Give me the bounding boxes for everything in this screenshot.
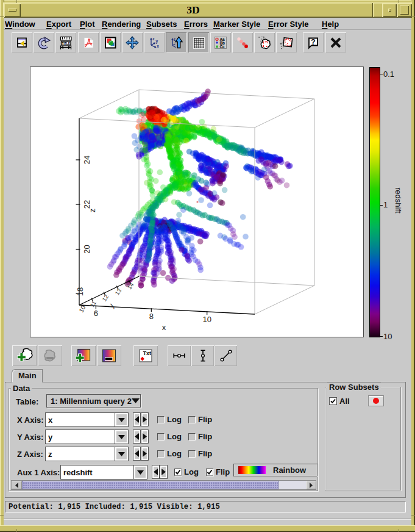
- svg-text:6: 6: [94, 309, 98, 318]
- svg-text:x: x: [162, 323, 166, 332]
- svg-text:24: 24: [82, 156, 91, 164]
- svg-text:12: 12: [101, 293, 110, 303]
- svg-text:z: z: [152, 37, 155, 41]
- svg-text:8: 8: [149, 312, 154, 321]
- svg-text:z: z: [174, 37, 176, 41]
- svg-text:Txt: Txt: [143, 350, 151, 356]
- svg-text:Cc: Cc: [220, 45, 225, 49]
- svg-text:x: x: [157, 43, 159, 48]
- svg-text:TITLE: TITLE: [62, 42, 71, 45]
- svg-text:20: 20: [82, 245, 91, 253]
- svg-text:10: 10: [202, 315, 211, 324]
- svg-text:z: z: [88, 209, 97, 213]
- svg-text:13: 13: [113, 287, 122, 297]
- svg-text:y: y: [107, 302, 116, 309]
- svg-text:18: 18: [76, 287, 85, 296]
- svg-text:22: 22: [82, 200, 91, 209]
- svg-text:?: ?: [311, 37, 315, 46]
